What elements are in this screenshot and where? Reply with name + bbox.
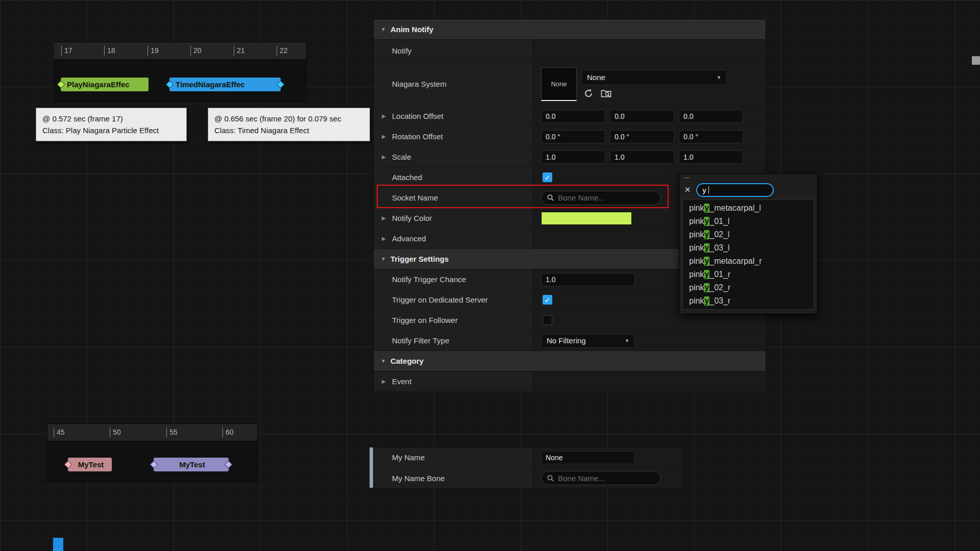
row-label-cell: Niagara System	[374, 62, 533, 106]
item-text: _02_l	[709, 230, 729, 239]
expander-arrow-icon[interactable]: ▶	[382, 134, 392, 139]
notify-label: TimedNiagaraEffec	[176, 80, 277, 89]
bone-search-input[interactable]	[702, 186, 768, 194]
my-name-input[interactable]: None	[541, 451, 635, 464]
socket-name-search-box[interactable]	[541, 191, 661, 205]
expander-arrow-icon[interactable]: ▶	[382, 379, 392, 384]
row-value-cell	[533, 40, 766, 62]
notify-mytest-1[interactable]: MyTest	[68, 458, 112, 471]
row-scale: ▶Scale 1.0 1.0 1.0	[374, 147, 766, 167]
scale-x-input[interactable]: 1.0	[541, 151, 605, 164]
tooltip-class-line: Class: Play Niagara Particle Effect	[42, 124, 180, 136]
use-selected-asset-icon[interactable]	[583, 88, 594, 98]
notify-track-area[interactable]: MyTest MyTest	[47, 441, 257, 482]
notify-diamond-icon[interactable]	[150, 461, 158, 469]
item-text: _03_l	[709, 243, 729, 253]
notify-duration-diamond-icon[interactable]	[277, 81, 285, 89]
timeline-ruler-top[interactable]: 17 18 19 20 21 22	[54, 42, 306, 60]
my-name-bone-search-box[interactable]	[541, 471, 661, 485]
notify-trigger-chance-input[interactable]: 1.0	[541, 273, 635, 286]
my-name-bone-input[interactable]	[558, 474, 655, 483]
frame-number: 55	[169, 429, 178, 436]
socket-name-input[interactable]	[558, 193, 655, 202]
search-icon	[547, 193, 554, 202]
notify-diamond-icon[interactable]	[166, 81, 174, 89]
bone-list-item[interactable]: pinky_01_l	[683, 215, 814, 228]
tooltip-class-line: Class: Timed Niagara Effect	[214, 124, 363, 136]
notify-play-niagara-effect[interactable]: PlayNiagaraEffec	[61, 78, 149, 91]
rotation-roll-input[interactable]: 0.0 °	[541, 130, 605, 143]
browse-to-asset-icon[interactable]	[601, 88, 611, 98]
clear-search-icon[interactable]: ✕	[683, 185, 692, 194]
row-label: Rotation Offset	[392, 132, 443, 141]
follower-checkbox[interactable]	[543, 315, 552, 325]
chevron-down-icon: ▼	[717, 75, 721, 80]
row-label-cell: Socket Name	[374, 188, 533, 208]
row-location-offset: ▶Location Offset 0.0 0.0 0.0	[374, 106, 766, 127]
expander-arrow-icon[interactable]: ▶	[382, 113, 392, 119]
expander-arrow-icon[interactable]: ▶	[382, 236, 392, 241]
row-label: Scale	[392, 153, 411, 161]
timeline-ruler-bottom[interactable]: 45 50 55 60	[47, 424, 257, 441]
scrollbar-thumb[interactable]	[972, 56, 980, 65]
frame-number: 18	[107, 47, 115, 54]
row-label: Notify	[392, 46, 411, 55]
bone-search-box[interactable]	[696, 183, 774, 197]
row-label-cell: Notify	[374, 40, 533, 62]
section-header-anim-notify[interactable]: ▼ Anim Notify	[374, 19, 766, 40]
scale-y-input[interactable]: 1.0	[610, 151, 674, 164]
notify-diamond-icon[interactable]	[64, 461, 72, 469]
row-value-cell	[533, 468, 682, 488]
location-z-input[interactable]: 0.0	[679, 110, 743, 123]
ruler-tick: 19	[148, 46, 159, 56]
attached-checkbox[interactable]: ✓	[543, 172, 552, 182]
bone-list-item[interactable]: pinky_metacarpal_l	[683, 202, 814, 215]
ruler-tick: 55	[166, 428, 178, 437]
bone-list-item[interactable]: pinky_03_r	[683, 294, 814, 308]
niagara-asset-thumbnail[interactable]: None	[541, 67, 577, 101]
location-x-input[interactable]: 0.0	[541, 110, 605, 123]
tick-mark	[148, 46, 148, 56]
notify-mytest-2[interactable]: MyTest	[154, 458, 229, 471]
row-label-cell: Notify Trigger Chance	[374, 269, 533, 289]
bone-list-item[interactable]: pinky_03_l	[683, 241, 814, 255]
bone-list-item[interactable]: pinky_metacarpal_r	[683, 255, 814, 268]
notify-track-bottom: 45 50 55 60 MyTest MyTest	[47, 423, 258, 482]
match-highlight: y	[704, 296, 709, 306]
tooltip-time-line: @ 0.572 sec (frame 17)	[42, 113, 180, 124]
frame-number: 60	[226, 429, 234, 436]
row-label-cell: My Name Bone	[374, 468, 533, 488]
niagara-system-dropdown[interactable]: None ▼	[581, 70, 727, 85]
section-header-category[interactable]: ▼ Category	[374, 351, 766, 371]
item-text: pink	[689, 217, 704, 226]
partial-notify-marker[interactable]	[53, 538, 63, 551]
bone-list-item[interactable]: pinky_02_r	[683, 281, 814, 294]
bone-list-item[interactable]: pinky_02_l	[683, 228, 814, 241]
location-y-input[interactable]: 0.0	[610, 110, 674, 123]
match-highlight: y	[704, 230, 709, 239]
ruler-tick: 45	[54, 428, 65, 437]
rotation-yaw-input[interactable]: 0.0 °	[679, 130, 743, 143]
frame-number: 22	[280, 47, 288, 54]
notify-color-swatch[interactable]	[541, 212, 632, 225]
row-value-cell: No Filtering ▼	[533, 331, 766, 350]
notify-label: MyTest	[74, 460, 108, 469]
dedicated-server-checkbox[interactable]: ✓	[543, 295, 552, 305]
expander-arrow-icon[interactable]: ▶	[382, 215, 392, 221]
rotation-pitch-input[interactable]: 0.0 °	[610, 130, 674, 143]
notify-diamond-icon[interactable]	[57, 81, 65, 89]
notify-timed-niagara-effect[interactable]: TimedNiagaraEffec	[169, 78, 281, 91]
collapse-arrow-icon[interactable]: ▼	[381, 27, 386, 32]
notify-track-area[interactable]: PlayNiagaraEffec TimedNiagaraEffec	[54, 60, 306, 103]
row-label-cell: Notify Filter Type	[374, 331, 533, 350]
tick-mark	[61, 46, 62, 56]
scale-z-input[interactable]: 1.0	[679, 151, 743, 164]
expander-arrow-icon[interactable]: ▶	[382, 154, 392, 160]
tick-mark	[277, 46, 277, 56]
bone-list-item[interactable]: pinky_01_r	[683, 268, 814, 281]
notify-filter-type-dropdown[interactable]: No Filtering ▼	[541, 334, 635, 348]
item-text: pink	[689, 204, 704, 213]
collapse-arrow-icon[interactable]: ▼	[381, 358, 386, 364]
notify-duration-diamond-icon[interactable]	[225, 461, 233, 469]
collapse-arrow-icon[interactable]: ▼	[381, 256, 386, 262]
